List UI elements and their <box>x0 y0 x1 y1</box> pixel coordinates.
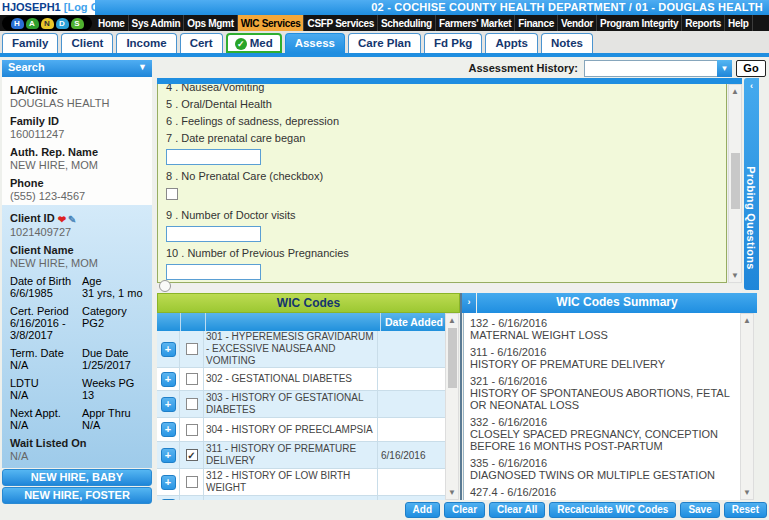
add-code-304-button[interactable]: + <box>161 422 176 437</box>
location-banner: 02 - COCHISE COUNTY HEALTH DEPARTMENT / … <box>95 0 769 15</box>
question-4: 4 . Nausea/Vomiting <box>166 84 718 93</box>
menu-sys-admin[interactable]: Sys Admin <box>129 15 185 31</box>
collapse-chevron-icon[interactable]: ‹ <box>744 78 759 91</box>
summary-expand-icon[interactable]: › <box>462 293 476 313</box>
tab-notes[interactable]: Notes <box>541 33 593 53</box>
wic-codes-summary-body: 132 - 6/16/2016MATERNAL WEIGHT LOSS 311 … <box>463 313 740 500</box>
assessment-history-dropdown[interactable]: ▼ <box>584 60 732 77</box>
code-303-label: 303 - HISTORY OF GESTATIONAL DIABETES <box>204 391 378 417</box>
menu-wic-services[interactable]: WIC Services <box>238 15 305 31</box>
menu-csfp-services[interactable]: CSFP Services <box>304 15 378 31</box>
hands-logo: H A N D S <box>2 16 92 31</box>
wic-scrollbar-thumb[interactable] <box>448 328 457 388</box>
wait-listed-value: N/A <box>10 450 152 462</box>
tab-care-plan[interactable]: Care Plan <box>348 33 421 53</box>
tab-family[interactable]: Family <box>2 33 58 53</box>
add-code-301-button[interactable]: + <box>161 342 176 357</box>
family-id-label: Family ID <box>10 115 152 127</box>
clear-all-button[interactable]: Clear All <box>489 502 545 518</box>
question-9-input[interactable] <box>166 226 261 242</box>
summary-scroll-down-icon[interactable]: ▼ <box>742 488 752 497</box>
assessment-history-label: Assessment History: <box>469 62 578 74</box>
code-302-checkbox[interactable] <box>186 373 198 385</box>
menu-reports[interactable]: Reports <box>682 15 725 31</box>
client-info-section: Client ID❤✎ 1021409727 Client NameNEW HI… <box>2 205 152 468</box>
cert-period-value: 6/16/2016 - 3/8/2017 <box>10 317 78 341</box>
wic-codes-table-header: Date Added <box>157 313 445 331</box>
add-button[interactable]: Add <box>405 502 440 518</box>
family-member-new-hire-baby[interactable]: NEW HIRE, BABY <box>2 469 152 486</box>
question-8-checkbox[interactable] <box>166 188 178 200</box>
add-code-311-button[interactable]: + <box>161 448 176 463</box>
summary-item-335: 335 - 6/16/2016DIAGNOSED TWINS OR MULTIP… <box>470 457 734 481</box>
scrollbar-thumb[interactable] <box>731 153 740 209</box>
wic-code-row-304: + 304 - HISTORY OF PREECLAMPSIA <box>157 418 445 442</box>
save-button[interactable]: Save <box>680 502 719 518</box>
probing-questions-tab[interactable]: ‹ Probing Questions <box>744 78 759 290</box>
reset-button[interactable]: Reset <box>724 502 767 518</box>
wic-scroll-down-icon[interactable]: ▼ <box>447 488 457 497</box>
code-312-date <box>378 481 445 483</box>
summary-335-code: 335 - 6/16/2016 <box>470 457 734 469</box>
scroll-down-icon[interactable]: ▼ <box>730 271 740 280</box>
logo-hand-s: S <box>71 18 84 29</box>
tab-appts[interactable]: Appts <box>485 33 538 53</box>
category-value: PG2 <box>82 317 152 329</box>
menu-finance[interactable]: Finance <box>515 15 558 31</box>
wic-codes-scrollbar[interactable]: ▲ ▼ <box>445 313 459 500</box>
question-7-input[interactable] <box>166 149 261 165</box>
tab-assess[interactable]: Assess <box>285 33 345 53</box>
code-311-checkbox[interactable]: ✓ <box>186 449 198 461</box>
wic-code-row-311: + ✓ 311 - HISTORY OF PREMATURE DELIVERY … <box>157 442 445 469</box>
summary-scrollbar[interactable]: ▲ ▼ <box>740 313 754 500</box>
summary-132-code: 132 - 6/16/2016 <box>470 317 734 329</box>
summary-item-321: 321 - 6/16/2016HISTORY OF SPONTANEOUS AB… <box>470 375 734 411</box>
menu-program-integrity[interactable]: Program Integrity <box>597 15 682 31</box>
menu-home[interactable]: Home <box>95 15 129 31</box>
go-button[interactable]: Go <box>736 60 766 77</box>
recalculate-wic-codes-button[interactable]: Recalculate WIC Codes <box>549 502 676 518</box>
wic-scroll-up-icon[interactable]: ▲ <box>447 316 457 325</box>
menu-farmers-market[interactable]: Farmers' Market <box>436 15 515 31</box>
search-header[interactable]: Search▼ <box>2 60 152 77</box>
add-code-312-button[interactable]: + <box>161 475 176 490</box>
scroll-up-icon[interactable]: ▲ <box>730 87 740 96</box>
logo-hand-h: H <box>11 18 24 29</box>
menu-help[interactable]: Help <box>725 15 752 31</box>
logged-in-user: HJOSEPH1 [Log Off] <box>2 1 110 13</box>
questions-horizontal-scrollbar[interactable] <box>157 284 742 293</box>
code-304-checkbox[interactable] <box>186 424 198 436</box>
clear-button[interactable]: Clear <box>444 502 485 518</box>
phone-value: (555) 123-4567 <box>10 190 152 202</box>
menu-ops-mgmt[interactable]: Ops Mgmt <box>184 15 238 31</box>
code-303-checkbox[interactable] <box>186 398 198 410</box>
question-5: 5 . Oral/Dental Health <box>166 98 718 110</box>
question-7: 7 . Date prenatal care began <box>166 132 718 144</box>
tab-fd-pkg[interactable]: Fd Pkg <box>424 33 482 53</box>
code-312-checkbox[interactable] <box>186 476 198 488</box>
tab-med[interactable]: ✓Med <box>226 33 282 53</box>
client-id-value: 1021409727 <box>10 226 152 238</box>
question-10-input[interactable] <box>166 264 261 280</box>
add-code-321-button[interactable]: + <box>161 499 176 500</box>
menu-scheduling[interactable]: Scheduling <box>378 15 436 31</box>
tab-client[interactable]: Client <box>61 33 113 53</box>
logo-hand-a: A <box>26 18 39 29</box>
add-code-302-button[interactable]: + <box>161 372 176 387</box>
code-311-date: 6/16/2016 <box>378 449 445 462</box>
menu-vendor[interactable]: Vendor <box>558 15 597 31</box>
tab-income[interactable]: Income <box>116 33 176 53</box>
summary-scroll-up-icon[interactable]: ▲ <box>742 316 752 325</box>
edit-pencil-icon[interactable]: ✎ <box>68 215 76 225</box>
category-label: Category <box>82 305 152 317</box>
dropdown-arrow-icon[interactable]: ▼ <box>717 60 732 77</box>
appr-thru-label: Appr Thru <box>82 407 152 419</box>
code-311-label: 311 - HISTORY OF PREMATURE DELIVERY <box>204 442 378 468</box>
next-appt-label: Next Appt. <box>10 407 78 419</box>
tab-cert[interactable]: Cert <box>180 33 223 53</box>
code-301-checkbox[interactable] <box>186 343 198 355</box>
questions-vertical-scrollbar[interactable]: ▲ ▼ <box>728 84 742 283</box>
add-code-303-button[interactable]: + <box>161 397 176 412</box>
summary-132-desc: MATERNAL WEIGHT LOSS <box>470 329 734 341</box>
date-added-header: Date Added <box>385 316 443 328</box>
